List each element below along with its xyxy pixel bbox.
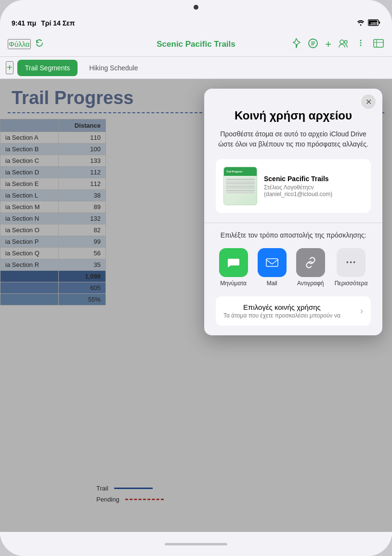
toolbar-right: + bbox=[290, 38, 385, 51]
svg-rect-14 bbox=[374, 40, 383, 47]
tabs-bar: + Trail Segments Hiking Schedule bbox=[0, 57, 392, 79]
pin-icon[interactable] bbox=[291, 38, 301, 51]
copy-icon-bg bbox=[296, 248, 325, 277]
toolbar: Φύλλα Scenic Pacific Trails bbox=[0, 32, 392, 57]
share-copy-button[interactable]: Αντιγραφή bbox=[296, 248, 325, 287]
add-icon[interactable]: + bbox=[325, 38, 331, 51]
sharing-options-chevron-icon: › bbox=[360, 306, 363, 316]
svg-rect-17 bbox=[266, 259, 278, 266]
share-icons-row: Μηνύματα Mail bbox=[216, 248, 371, 287]
copy-label: Αντιγραφή bbox=[297, 280, 324, 287]
messages-label: Μηνύματα bbox=[220, 280, 247, 287]
svg-text:100%: 100% bbox=[370, 22, 379, 25]
camera-bar bbox=[0, 0, 392, 14]
file-thumbnail: Trail Progress bbox=[223, 167, 257, 205]
battery-icon: 100% bbox=[368, 19, 380, 27]
sheets-button[interactable]: Φύλλα bbox=[8, 39, 31, 49]
status-time: 9:41 πμ bbox=[12, 19, 36, 27]
sharing-options-button[interactable]: Επιλογές κοινής χρήσης Τα άτομα που έχετ… bbox=[216, 296, 371, 326]
file-info: Scenic Pacific Trails Στέλιος Λογοθέτηcν… bbox=[264, 175, 363, 198]
tab-hiking-schedule[interactable]: Hiking Schedule bbox=[81, 60, 145, 76]
modal-divider bbox=[204, 223, 382, 223]
view-icon[interactable] bbox=[373, 38, 384, 51]
more-label: Περισσότερα bbox=[335, 280, 368, 287]
share-messages-button[interactable]: Μηνύματα bbox=[219, 248, 248, 287]
toolbar-left: Φύλλα bbox=[8, 38, 102, 51]
sharing-options-title: Επιλογές κοινής χρήσης bbox=[223, 303, 340, 311]
svg-point-13 bbox=[360, 45, 362, 46]
add-sheet-button[interactable]: + bbox=[6, 61, 13, 74]
share-more-button[interactable]: ··· Περισσότερα bbox=[335, 248, 368, 287]
undo-icon[interactable] bbox=[35, 38, 45, 51]
modal-description: Προσθέστε άτομα σε αυτό το αρχείο iCloud… bbox=[216, 129, 371, 149]
modal-title: Κοινή χρήση αρχείου bbox=[216, 109, 371, 122]
file-preview-card: Trail Progress bbox=[216, 159, 371, 213]
camera-dot bbox=[194, 5, 198, 10]
home-bar bbox=[165, 543, 227, 545]
format-icon[interactable] bbox=[308, 38, 318, 51]
svg-point-10 bbox=[344, 40, 347, 43]
send-method-label: Επιλέξτε τον τρόπο αποστολής της πρόσκλη… bbox=[216, 231, 371, 240]
more-icon[interactable] bbox=[355, 38, 366, 51]
device: 9:41 πμ Τρί 14 Σεπ 100% bbox=[0, 0, 392, 556]
more-icon-bg: ··· bbox=[337, 248, 366, 277]
status-date: Τρί 14 Σεπ bbox=[41, 19, 75, 27]
modal-header: ✕ bbox=[204, 89, 382, 109]
home-indicator bbox=[0, 532, 392, 556]
svg-point-12 bbox=[360, 42, 362, 44]
document-title: Scenic Pacific Trails bbox=[157, 40, 235, 49]
share-modal: ✕ Κοινή χρήση αρχείου Προσθέστε άτομα σε… bbox=[204, 89, 382, 335]
messages-icon-bg bbox=[219, 248, 248, 277]
svg-point-9 bbox=[340, 40, 344, 44]
file-info-name: Scenic Pacific Trails bbox=[264, 175, 363, 183]
status-left: 9:41 πμ Τρί 14 Σεπ bbox=[12, 19, 75, 27]
main-content: Trail Progress Distance ia Section A110i… bbox=[0, 79, 392, 532]
file-info-owner: Στέλιος Λογοθέτηcν (daniel_rico1@icloud.… bbox=[264, 184, 363, 198]
status-bar: 9:41 πμ Τρί 14 Σεπ 100% bbox=[0, 14, 392, 32]
sharing-options-sub: Τα άτομα που έχετε προσκαλέσει μπορούν ν… bbox=[223, 312, 340, 319]
share-mail-button[interactable]: Mail bbox=[258, 248, 287, 287]
tab-trail-segments[interactable]: Trail Segments bbox=[17, 60, 78, 76]
toolbar-center: Scenic Pacific Trails bbox=[102, 40, 290, 49]
collaborate-icon[interactable] bbox=[338, 38, 349, 51]
modal-body: Κοινή χρήση αρχείου Προσθέστε άτομα σε α… bbox=[204, 109, 382, 335]
mail-icon-bg bbox=[258, 248, 287, 277]
sharing-options-text: Επιλογές κοινής χρήσης Τα άτομα που έχετ… bbox=[223, 303, 340, 319]
svg-point-11 bbox=[360, 40, 362, 41]
status-right: 100% bbox=[356, 19, 380, 27]
wifi-icon bbox=[356, 19, 365, 27]
close-button[interactable]: ✕ bbox=[361, 94, 376, 109]
mail-label: Mail bbox=[267, 280, 277, 287]
